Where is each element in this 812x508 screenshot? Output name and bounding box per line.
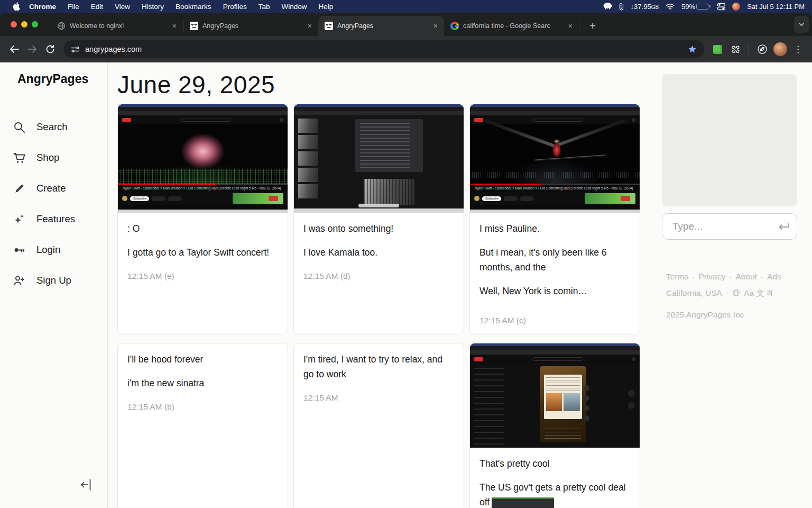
search-icon [13, 121, 25, 133]
subscribe-pill: Subscribe [482, 196, 501, 201]
vpn-mountain-icon[interactable] [603, 3, 612, 10]
dot-separator: · [729, 268, 732, 285]
angry-face-favicon-icon [190, 22, 198, 30]
sidebar-item-shop[interactable]: Shop [0, 142, 107, 173]
site-sidebar: AngryPages Search Shop Create [0, 62, 108, 508]
menubar-profile-avatar[interactable] [732, 3, 740, 11]
window-minimize-button[interactable] [21, 21, 27, 28]
language-selector[interactable]: Aa 文 अ [744, 285, 772, 301]
tab-welcome-to-nginx[interactable]: Welcome to nginx! × [51, 16, 183, 36]
menubar-item-view[interactable]: View [109, 3, 136, 11]
window-close-button[interactable] [11, 21, 17, 28]
sidebar-item-features[interactable]: Features [0, 204, 107, 234]
tab-close-icon[interactable]: × [567, 22, 574, 30]
post-thumbnail-shorts[interactable] [470, 343, 640, 448]
sidebar-item-search[interactable]: Search [0, 112, 107, 142]
menubar-item-help[interactable]: Help [312, 3, 339, 11]
tab-angrypages-2-active[interactable]: AngryPages × [318, 16, 444, 36]
apple-icon[interactable] [13, 2, 20, 11]
extension-green-icon[interactable] [708, 40, 726, 58]
collapse-arrow-icon [80, 478, 92, 491]
post-card-b[interactable]: I'll be hood forever i'm the new sinatra… [117, 343, 288, 508]
feed-content: June 29, 2025 Taylor Swift - Cassandra x… [108, 62, 650, 508]
menubar-item-chrome[interactable]: Chrome [23, 3, 62, 11]
back-button[interactable] [5, 40, 23, 58]
post-thumbnail-lyrics[interactable] [294, 104, 464, 213]
sidebar-item-login[interactable]: Login [0, 234, 107, 265]
sidebar-item-label: Search [36, 121, 68, 133]
video-title-text: Taylor Swift - Cassandra x Mad Woman x I… [118, 185, 288, 191]
rail-footer: Terms · Privacy · About · Ads California… [662, 268, 812, 323]
ad-banner [233, 193, 283, 204]
sidebar-item-signup[interactable]: Sign Up [0, 265, 107, 296]
menubar-item-history[interactable]: History [136, 3, 170, 11]
menubar-item-edit[interactable]: Edit [85, 3, 109, 11]
video-title-text: Taylor Swift - Cassandra x Mad Woman x I… [470, 185, 640, 191]
ad-banner [585, 193, 635, 204]
promo-placeholder [662, 74, 797, 206]
post-thumbnail-piano[interactable]: Taylor Swift - Cassandra x Mad Woman x I… [470, 104, 640, 213]
post-text: The US gov't gets a pretty cool deal off [479, 480, 630, 508]
tab-title: california time - Google Searc [463, 22, 550, 30]
window-zoom-button[interactable] [32, 21, 38, 28]
control-center-icon[interactable] [717, 3, 725, 11]
type-input[interactable] [666, 221, 777, 232]
sidebar-item-create[interactable]: Create [0, 173, 107, 204]
google-icon [450, 22, 459, 30]
tab-california-time-search[interactable]: california time - Google Searc × [444, 16, 579, 36]
extensions-puzzle-icon[interactable] [726, 40, 744, 58]
url-text[interactable]: angrypages.com [85, 45, 682, 53]
site-settings-icon[interactable] [71, 46, 80, 53]
pencil-icon [13, 183, 25, 195]
enter-key-icon[interactable] [777, 222, 790, 231]
tab-divider [579, 21, 579, 31]
bookmark-star-icon[interactable] [688, 45, 697, 54]
globe-icon [57, 22, 66, 30]
footer-link-terms[interactable]: Terms [666, 268, 688, 285]
sidebar-item-label: Shop [36, 152, 59, 164]
tab-search-button[interactable] [794, 16, 809, 33]
footer-link-privacy[interactable]: Privacy [698, 268, 725, 285]
reload-button[interactable] [41, 40, 59, 58]
site-logo[interactable]: AngryPages [0, 62, 107, 86]
performance-leaf-icon[interactable] [753, 40, 771, 58]
wifi-icon[interactable] [666, 3, 675, 10]
tab-close-icon[interactable]: × [171, 22, 178, 30]
menubar-item-profiles[interactable]: Profiles [217, 3, 253, 11]
window-controls [11, 21, 38, 28]
paperclip-icon[interactable] [619, 3, 624, 11]
menubar-clock[interactable]: Sat Jul 5 12:11 PM [747, 3, 805, 11]
new-tab-button[interactable]: + [585, 18, 601, 34]
globe-language-icon[interactable] [732, 289, 740, 297]
post-card-a[interactable]: I'm tired, I want to try to relax, and g… [293, 343, 464, 508]
profile-avatar[interactable] [771, 40, 789, 58]
key-icon [13, 244, 25, 256]
menubar-item-window[interactable]: Window [275, 3, 312, 11]
post-card-e[interactable]: Taylor Swift - Cassandra x Mad Woman x I… [117, 104, 288, 334]
tab-title: Welcome to nginx! [70, 22, 124, 30]
sparkles-icon [13, 213, 25, 225]
tab-close-icon[interactable]: × [432, 22, 439, 30]
battery-icon [696, 4, 708, 10]
forward-button[interactable] [23, 40, 41, 58]
sidebar-collapse-button[interactable] [80, 478, 92, 491]
tab-angrypages-1[interactable]: AngryPages × [183, 16, 318, 36]
data-usage-indicator[interactable]: ↕37.95GB [631, 3, 659, 11]
post-card-f[interactable]: That's pretty cool The US gov't gets a p… [469, 343, 640, 508]
dot-separator: · [761, 268, 763, 285]
tab-close-icon[interactable]: × [307, 22, 313, 30]
battery-indicator[interactable]: 59% [681, 3, 710, 11]
menubar-item-tab[interactable]: Tab [253, 3, 276, 11]
dot-separator: · [692, 268, 695, 285]
post-card-d[interactable]: I was onto something! I love Kamala too.… [293, 104, 464, 334]
menubar-item-bookmarks[interactable]: Bookmarks [170, 3, 217, 11]
post-timestamp: 12:15 AM (c) [479, 313, 630, 328]
toolbar-divider [749, 44, 749, 55]
address-bar[interactable]: angrypages.com [63, 40, 704, 58]
browser-menu-icon[interactable]: ⋮ [789, 44, 807, 55]
post-card-c[interactable]: Taylor Swift - Cassandra x Mad Woman x I… [469, 104, 640, 334]
post-thumbnail-concert[interactable]: Taylor Swift - Cassandra x Mad Woman x I… [118, 104, 288, 213]
menubar-item-file[interactable]: File [62, 3, 85, 11]
footer-link-ads[interactable]: Ads [767, 268, 781, 285]
footer-link-about[interactable]: About [735, 268, 757, 285]
